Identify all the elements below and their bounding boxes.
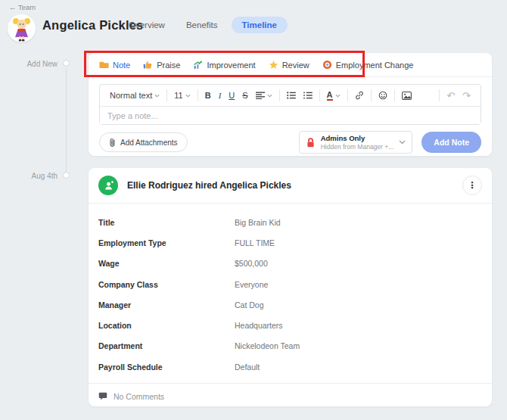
comments-label: No Comments: [114, 392, 164, 401]
chevron-down-icon: [185, 94, 191, 98]
add-attachments-button[interactable]: Add Attachments: [99, 132, 188, 152]
align-left-icon: [256, 92, 265, 99]
composer-tab-employment-change[interactable]: Employment Change: [322, 60, 414, 70]
field-row: Manager Cat Dog: [98, 294, 482, 315]
toolbar-divider: [347, 89, 348, 101]
hire-event-icon: [98, 176, 118, 195]
text-color-dropdown[interactable]: A: [323, 91, 344, 101]
toolbar-divider: [166, 89, 167, 101]
bullet-list-button[interactable]: [283, 92, 300, 99]
visibility-dropdown[interactable]: Admins Only Hidden from Manager +...: [299, 131, 413, 154]
tab-timeline[interactable]: Timeline: [232, 17, 288, 33]
improvement-icon: [193, 60, 203, 70]
timeline-node-date: [63, 172, 70, 179]
bold-button[interactable]: B: [201, 91, 215, 100]
editor-toolbar: Normal text 11 B I U S: [100, 85, 481, 107]
field-row: Department Nickelodeon Team: [98, 336, 482, 356]
paperclip-icon: [109, 138, 116, 148]
star-icon: [269, 60, 278, 70]
timeline-event-card: Ellie Rodriguez hired Angelica Pickles ⋮…: [89, 168, 492, 406]
rail-add-new-label: Add New: [0, 60, 58, 68]
chevron-down-icon: [267, 94, 272, 98]
chevron-down-icon: [154, 94, 160, 98]
field-row: Payroll Schedule Default: [98, 356, 482, 377]
header-tabs: Overview Benefits Timeline: [121, 17, 288, 33]
chevron-down-icon: [335, 94, 341, 98]
add-note-button[interactable]: Add Note: [421, 132, 481, 153]
composer-tab-review[interactable]: Review: [269, 60, 309, 70]
breadcrumb-label: Team: [18, 3, 36, 11]
toolbar-divider: [319, 89, 320, 101]
toolbar-divider: [394, 89, 395, 101]
tab-benefits[interactable]: Benefits: [179, 17, 226, 33]
visibility-subtitle: Hidden from Manager +...: [321, 143, 394, 151]
composer-actions: Add Attachments Admins Only Hidden from …: [89, 131, 492, 154]
bullet-list-icon: [287, 92, 296, 99]
composer-tab-praise[interactable]: Praise: [143, 60, 180, 70]
kebab-menu-button[interactable]: ⋮: [462, 176, 482, 195]
image-icon: [402, 92, 412, 100]
composer-tab-note[interactable]: Note: [99, 60, 130, 70]
timeline-node-add-new: [63, 60, 70, 67]
text-color-icon: A: [327, 91, 333, 101]
event-title: Ellie Rodriguez hired Angelica Pickles: [127, 180, 462, 191]
image-button[interactable]: [398, 92, 415, 100]
speech-bubble-icon: [98, 392, 107, 400]
back-arrow-icon: ←: [9, 3, 17, 11]
redo-button[interactable]: ↷: [459, 90, 474, 101]
event-header: Ellie Rodriguez hired Angelica Pickles ⋮: [89, 168, 492, 203]
underline-button[interactable]: U: [225, 91, 238, 100]
composer-type-tabs: Note Praise Improvement Review: [89, 53, 492, 77]
toolbar-divider: [371, 89, 372, 101]
composer-tab-improvement[interactable]: Improvement: [193, 60, 255, 70]
note-composer-card: Note Praise Improvement Review: [89, 53, 492, 156]
field-row: Location Headquarters: [98, 315, 482, 335]
thumbs-up-icon: [143, 60, 153, 70]
lock-icon: [306, 137, 316, 148]
employee-avatar: [8, 14, 36, 42]
toolbar-divider: [439, 89, 440, 101]
align-dropdown[interactable]: [252, 92, 276, 99]
toolbar-divider: [279, 89, 280, 101]
rail-date-label: Aug 4th: [0, 172, 58, 180]
timeline-line: [66, 68, 67, 173]
emoji-button[interactable]: [375, 91, 391, 100]
field-row: Company Class Everyone: [98, 274, 482, 294]
comments-row[interactable]: No Comments: [89, 383, 492, 409]
cartoon-avatar-illustration: [8, 14, 36, 42]
note-icon: [99, 60, 109, 70]
text-style-dropdown[interactable]: Normal text: [106, 91, 163, 100]
strikethrough-button[interactable]: S: [238, 91, 251, 100]
field-row: Title Big Brain Kid: [98, 212, 482, 232]
link-button[interactable]: [351, 91, 368, 100]
visibility-title: Admins Only: [321, 134, 394, 143]
emoji-smiley-icon: [378, 91, 387, 100]
note-input[interactable]: [100, 107, 481, 124]
breadcrumb[interactable]: ← Team: [9, 3, 36, 11]
link-icon: [355, 91, 364, 100]
page: ← Team Angelica Pickles Overview Benefit…: [0, 0, 507, 420]
ordered-list-icon: [303, 92, 313, 99]
undo-button[interactable]: ↶: [443, 90, 459, 101]
tab-overview[interactable]: Overview: [121, 17, 173, 33]
font-size-dropdown[interactable]: 11: [170, 91, 194, 100]
italic-button[interactable]: I: [215, 91, 226, 100]
employment-change-icon: [322, 60, 332, 70]
field-row: Employment Type FULL TIME: [98, 232, 482, 253]
rich-text-editor: Normal text 11 B I U S: [99, 84, 481, 125]
ordered-list-button[interactable]: [300, 92, 316, 99]
chevron-down-icon: [399, 140, 406, 145]
toolbar-divider: [198, 89, 198, 101]
field-row: Wage $500,000: [98, 254, 482, 274]
event-fields: Title Big Brain Kid Employment Type FULL…: [89, 204, 492, 383]
